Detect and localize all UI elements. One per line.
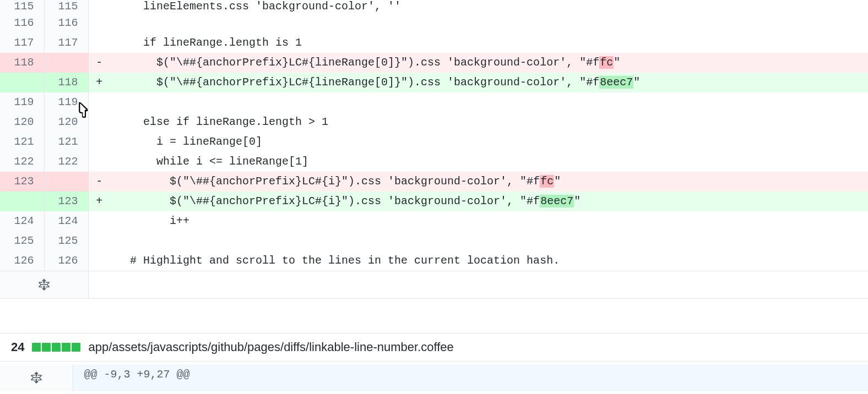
diff-line: 118+ $("\##{anchorPrefix}LC#{lineRange[0… xyxy=(0,73,868,92)
new-line-number[interactable]: 117 xyxy=(44,33,88,53)
old-line-number[interactable]: 120 xyxy=(0,112,44,132)
diff-line: 121121 i = lineRange[0] xyxy=(0,132,868,152)
deleted-highlight: fc xyxy=(599,56,614,69)
expand-blank xyxy=(88,271,868,299)
old-line-number[interactable]: 119 xyxy=(0,92,44,112)
hunk-header-row: @@ -9,3 +9,27 @@ xyxy=(0,365,868,391)
diffstat-block-added xyxy=(62,343,70,352)
code-content[interactable]: $("\##{anchorPrefix}LC#{lineRange[0]}").… xyxy=(110,53,868,73)
diffstat-block-added xyxy=(32,343,41,352)
code-content[interactable]: i = lineRange[0] xyxy=(110,132,868,152)
file-separator xyxy=(0,299,868,333)
new-line-number[interactable]: 119 xyxy=(44,92,88,112)
new-line-number[interactable] xyxy=(44,53,88,73)
old-line-number[interactable] xyxy=(0,191,44,211)
new-line-number[interactable]: 125 xyxy=(44,231,88,251)
diff-line: 126126 # Highlight and scroll to the lin… xyxy=(0,251,868,271)
diff-marker xyxy=(88,33,110,53)
hunk-header-table: @@ -9,3 +9,27 @@ xyxy=(0,365,868,391)
diff-marker: + xyxy=(88,73,110,92)
diff-marker xyxy=(88,92,110,112)
file-change-count: 24 xyxy=(11,340,24,354)
diff-marker xyxy=(88,251,110,271)
added-highlight: 8eec7 xyxy=(540,195,574,207)
expand-row xyxy=(0,271,868,299)
diff-line: 115115 lineElements.css 'background-colo… xyxy=(0,0,868,13)
code-content[interactable] xyxy=(110,13,868,33)
diff-table: 115115 lineElements.css 'background-colo… xyxy=(0,0,868,299)
old-line-number[interactable]: 125 xyxy=(0,231,44,251)
diff-marker xyxy=(88,132,110,152)
diff-marker xyxy=(88,0,110,13)
old-line-number[interactable]: 116 xyxy=(0,13,44,33)
old-line-number[interactable]: 124 xyxy=(0,211,44,231)
diff-marker xyxy=(88,13,110,33)
expand-up-button[interactable] xyxy=(0,365,73,391)
diffstat-block-added xyxy=(42,343,51,352)
diff-marker: - xyxy=(88,172,110,191)
code-content[interactable]: lineElements.css 'background-color', '' xyxy=(110,0,868,13)
diff-line: 125125 xyxy=(0,231,868,251)
unfold-icon xyxy=(0,271,88,298)
diff-line: 124124 i++ xyxy=(0,211,868,231)
diffstat-block-added xyxy=(52,343,61,352)
file-path[interactable]: app/assets/javascripts/github/pages/diff… xyxy=(88,340,453,354)
code-content[interactable]: while i <= lineRange[1] xyxy=(110,152,868,172)
new-line-number[interactable]: 115 xyxy=(44,0,88,13)
diff-line: 120120 else if lineRange.length > 1 xyxy=(0,112,868,132)
code-content[interactable]: # Highlight and scroll to the lines in t… xyxy=(110,251,868,271)
code-content[interactable]: i++ xyxy=(110,211,868,231)
added-highlight: 8eec7 xyxy=(599,76,633,89)
diff-marker: - xyxy=(88,53,110,73)
code-content[interactable] xyxy=(110,231,868,251)
file-header[interactable]: 24 app/assets/javascripts/github/pages/d… xyxy=(0,333,868,362)
code-content[interactable]: $("\##{anchorPrefix}LC#{lineRange[0]}").… xyxy=(110,73,868,92)
diff-line: 116116 xyxy=(0,13,868,33)
diff-line: 118- $("\##{anchorPrefix}LC#{lineRange[0… xyxy=(0,53,868,73)
new-line-number[interactable]: 121 xyxy=(44,132,88,152)
new-line-number[interactable]: 118 xyxy=(44,73,88,92)
old-line-number[interactable]: 117 xyxy=(0,33,44,53)
new-line-number[interactable]: 122 xyxy=(44,152,88,172)
old-line-number[interactable]: 126 xyxy=(0,251,44,271)
diff-line: 119119 xyxy=(0,92,868,112)
diffstat-block-added xyxy=(72,343,80,352)
code-content[interactable]: $("\##{anchorPrefix}LC#{i}").css 'backgr… xyxy=(110,172,868,191)
unfold-icon xyxy=(0,365,73,391)
diff-line: 117117 if lineRange.length is 1 xyxy=(0,33,868,53)
diff-marker xyxy=(88,211,110,231)
code-content[interactable] xyxy=(110,92,868,112)
old-line-number[interactable] xyxy=(0,73,44,92)
code-content[interactable]: else if lineRange.length > 1 xyxy=(110,112,868,132)
expand-down-button[interactable] xyxy=(0,271,88,299)
old-line-number[interactable]: 122 xyxy=(0,152,44,172)
deleted-highlight: fc xyxy=(540,175,554,188)
diffstat-bar xyxy=(32,343,80,352)
new-line-number[interactable]: 126 xyxy=(44,251,88,271)
old-line-number[interactable]: 121 xyxy=(0,132,44,152)
diff-marker xyxy=(88,152,110,172)
diff-marker xyxy=(88,112,110,132)
old-line-number[interactable]: 123 xyxy=(0,172,44,191)
new-line-number[interactable]: 124 xyxy=(44,211,88,231)
new-line-number[interactable]: 116 xyxy=(44,13,88,33)
diff-line: 123- $("\##{anchorPrefix}LC#{i}").css 'b… xyxy=(0,172,868,191)
diff-marker: + xyxy=(88,191,110,211)
diff-line: 122122 while i <= lineRange[1] xyxy=(0,152,868,172)
code-content[interactable]: if lineRange.length is 1 xyxy=(110,33,868,53)
diff-line: 123+ $("\##{anchorPrefix}LC#{i}").css 'b… xyxy=(0,191,868,211)
diff-marker xyxy=(88,231,110,251)
old-line-number[interactable]: 118 xyxy=(0,53,44,73)
new-line-number[interactable]: 123 xyxy=(44,191,88,211)
new-line-number[interactable] xyxy=(44,172,88,191)
old-line-number[interactable]: 115 xyxy=(0,0,44,13)
hunk-header-text: @@ -9,3 +9,27 @@ xyxy=(73,365,868,391)
code-content[interactable]: $("\##{anchorPrefix}LC#{i}").css 'backgr… xyxy=(110,191,868,211)
new-line-number[interactable]: 120 xyxy=(44,112,88,132)
